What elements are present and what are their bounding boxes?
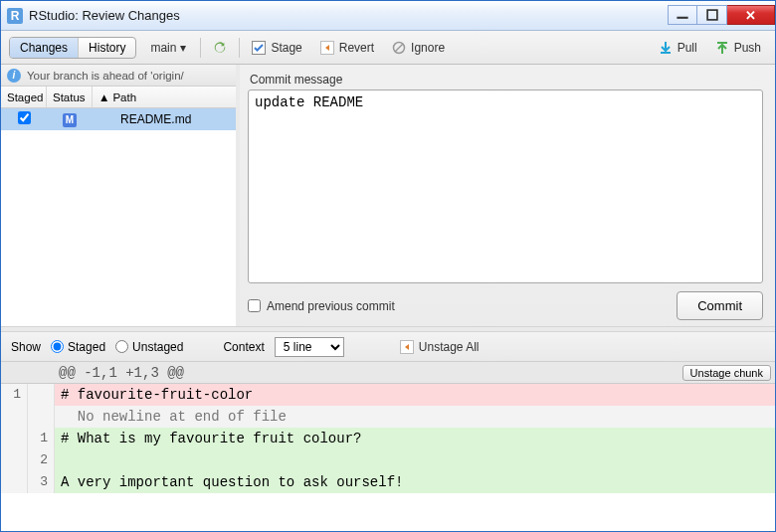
maximize-button[interactable] xyxy=(697,5,727,25)
stage-button[interactable]: Stage xyxy=(246,38,307,58)
branch-selector[interactable]: main ▾ xyxy=(142,38,194,58)
pull-icon xyxy=(659,41,673,55)
view-toggle: Changes History xyxy=(9,37,136,59)
diff-text: # What is my favourite fruit colour? xyxy=(55,431,775,446)
commit-message-label: Commit message xyxy=(250,73,763,87)
commit-message-input[interactable]: update README xyxy=(248,89,763,283)
amend-checkbox-label[interactable]: Amend previous commit xyxy=(248,299,395,313)
rstudio-icon: R xyxy=(7,8,23,24)
new-lineno: 1 xyxy=(28,428,55,449)
toolbar: Changes History main ▾ Stage Revert Igno… xyxy=(1,31,775,65)
refresh-button[interactable] xyxy=(207,38,233,58)
diff-text: # favourite-fruit-color xyxy=(55,387,775,403)
old-lineno xyxy=(1,449,28,471)
sort-asc-icon: ▲ xyxy=(98,91,109,103)
commit-button[interactable]: Commit xyxy=(677,291,763,320)
revert-icon xyxy=(400,340,414,354)
status-badge: M xyxy=(63,113,77,127)
minimize-button[interactable] xyxy=(668,5,697,25)
show-staged-radio[interactable]: Staged xyxy=(51,340,105,354)
revert-button[interactable]: Revert xyxy=(314,38,380,58)
show-label: Show xyxy=(11,340,41,354)
file-name: README.md xyxy=(93,112,236,126)
check-icon xyxy=(252,41,266,55)
info-icon: i xyxy=(7,69,21,83)
show-unstaged-radio[interactable]: Unstaged xyxy=(115,340,183,354)
push-icon xyxy=(715,41,729,55)
staged-checkbox[interactable] xyxy=(18,111,31,124)
old-lineno xyxy=(1,406,28,428)
svg-rect-1 xyxy=(707,10,717,20)
col-status[interactable]: Status xyxy=(47,87,93,107)
diff-text: A very important question to ask ourself… xyxy=(55,474,775,490)
diff-controls: Show Staged Unstaged Context 5 line Unst… xyxy=(1,332,775,362)
window-title: RStudio: Review Changes xyxy=(29,8,180,23)
diff-line[interactable]: 2 xyxy=(1,449,775,471)
svg-line-5 xyxy=(395,44,403,52)
pull-button[interactable]: Pull xyxy=(653,38,703,58)
chevron-down-icon: ▾ xyxy=(180,41,186,55)
old-lineno: 1 xyxy=(1,384,28,406)
context-label: Context xyxy=(223,340,264,354)
col-staged[interactable]: Staged xyxy=(1,87,47,107)
unstage-all-button[interactable]: Unstage All xyxy=(394,337,485,357)
close-button[interactable]: ✕ xyxy=(727,5,775,25)
new-lineno xyxy=(28,384,55,406)
branch-status-bar: i Your branch is ahead of 'origin/ xyxy=(1,65,236,87)
diff-line[interactable]: 1# favourite-fruit-color xyxy=(1,384,775,406)
commit-pane: Commit message update README Amend previ… xyxy=(240,65,775,326)
titlebar: R RStudio: Review Changes ✕ xyxy=(1,1,775,31)
refresh-icon xyxy=(213,41,227,55)
push-button[interactable]: Push xyxy=(709,38,767,58)
new-lineno: 2 xyxy=(28,449,55,471)
branch-name: main xyxy=(150,41,176,55)
file-list-pane: i Your branch is ahead of 'origin/ Stage… xyxy=(1,65,240,326)
diff-line[interactable]: 1# What is my favourite fruit colour? xyxy=(1,428,775,449)
hunk-range: @@ -1,1 +1,3 @@ xyxy=(55,365,682,381)
context-select[interactable]: 5 line xyxy=(275,337,344,357)
diff-line[interactable]: 3A very important question to ask oursel… xyxy=(1,471,775,493)
changes-tab[interactable]: Changes xyxy=(10,38,79,58)
col-path[interactable]: ▲ Path xyxy=(93,87,236,107)
ignore-button[interactable]: Ignore xyxy=(386,38,451,58)
old-lineno xyxy=(1,471,28,493)
file-list-header: Staged Status ▲ Path xyxy=(1,87,236,108)
revert-icon xyxy=(320,41,334,55)
old-lineno xyxy=(1,428,28,449)
diff-line[interactable]: No newline at end of file xyxy=(1,406,775,428)
branch-status-text: Your branch is ahead of 'origin/ xyxy=(27,70,184,82)
diff-hunk-header: @@ -1,1 +1,3 @@ Unstage chunk xyxy=(1,362,775,384)
ignore-icon xyxy=(392,41,406,55)
diff-text: No newline at end of file xyxy=(55,409,775,425)
diff-view: @@ -1,1 +1,3 @@ Unstage chunk 1# favouri… xyxy=(1,362,775,523)
unstage-chunk-button[interactable]: Unstage chunk xyxy=(682,365,771,381)
file-row[interactable]: M README.md xyxy=(1,108,236,130)
amend-checkbox[interactable] xyxy=(248,299,261,312)
history-tab[interactable]: History xyxy=(79,38,135,58)
new-lineno: 3 xyxy=(28,471,55,493)
new-lineno xyxy=(28,406,55,428)
